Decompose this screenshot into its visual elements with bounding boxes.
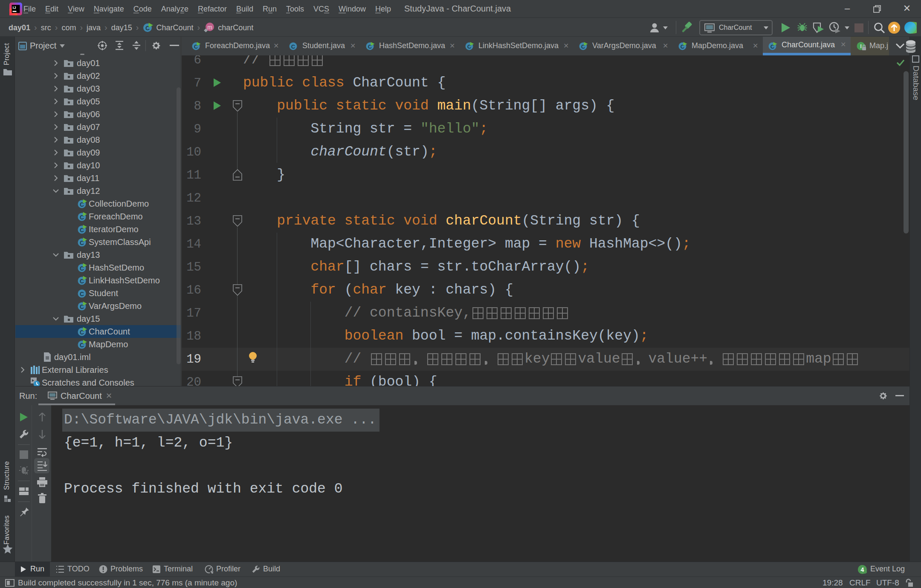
svg-text:4: 4 xyxy=(861,566,864,573)
svg-text:IJ: IJ xyxy=(13,5,16,10)
svg-text:C: C xyxy=(80,291,84,297)
svg-text:C: C xyxy=(291,43,295,50)
svg-text:m: m xyxy=(207,24,212,31)
svg-text:I: I xyxy=(860,43,862,49)
